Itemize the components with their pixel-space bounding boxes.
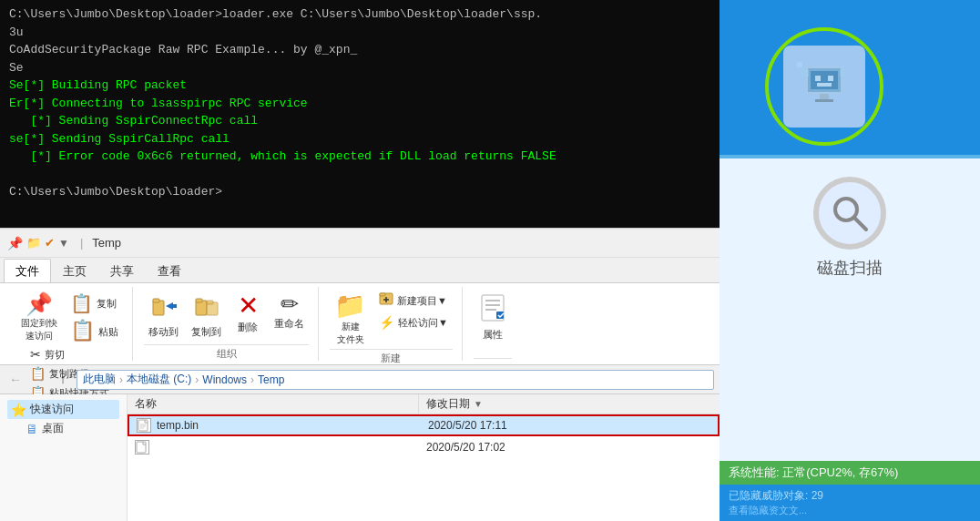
terminal-line-6: Er[*] Connecting to lsasspirpc RPC servi… <box>9 95 710 113</box>
title-folder-icon: 📁 <box>26 236 41 250</box>
new-item-icon <box>379 292 393 310</box>
path-drive[interactable]: 本地磁盘 (C:) <box>127 372 191 387</box>
rename-button[interactable]: ✏ 重命名 <box>270 291 309 333</box>
sidebar-item-quickaccess[interactable]: ⭐ 快速访问 <box>7 400 119 419</box>
file-content: 名称 修改日期 ▼ <box>128 394 720 521</box>
terminal-line-9: [*] Error code 0x6c6 returned, which is … <box>9 148 710 166</box>
move-to-button[interactable]: 移动到 <box>144 291 183 342</box>
properties-group-label <box>474 358 512 361</box>
sidebar-item-desktop[interactable]: 🖥 桌面 <box>7 419 119 438</box>
path-sep-3: › <box>250 373 254 386</box>
terminal-line-2: 3u <box>9 24 710 42</box>
svg-rect-5 <box>817 83 832 87</box>
system-status-bar: 系统性能: 正常(CPU2%, 存67%) <box>720 461 980 485</box>
file-list: ⭐ 快速访问 🖥 桌面 名称 修改日期 ▼ <box>0 394 720 521</box>
threat-count-text[interactable]: 已隐藏威胁对象: 29 <box>729 488 971 504</box>
path-computer[interactable]: 此电脑 <box>83 372 116 387</box>
tab-home[interactable]: 主页 <box>51 259 98 282</box>
terminal-line-10 <box>9 166 710 184</box>
title-arrow-icon[interactable]: ▼ <box>58 237 69 250</box>
file-name-1: temp.bin <box>157 419 199 432</box>
svg-rect-22 <box>380 293 385 296</box>
file-cell-date-2: 2020/5/20 17:02 <box>419 439 513 455</box>
view-resource-text[interactable]: 查看隐藏资文文... <box>729 504 971 517</box>
scissors-icon: ✂ <box>30 347 41 362</box>
pixelated-icon <box>797 62 852 112</box>
clipboard-buttons: 📌 固定到快速访问 📋 复制 📋 粘贴 <box>16 287 123 345</box>
tab-share[interactable]: 共享 <box>98 259 146 282</box>
terminal-window: C:\Users\Jumbo\Desktop\loader>loader.exe… <box>0 0 720 228</box>
new-folder-icon: 📁 <box>334 293 366 319</box>
paste-icon: 📋 <box>70 321 95 341</box>
right-panel: 磁盘扫描 系统性能: 正常(CPU2%, 存67%) 已隐藏威胁对象: 29 查… <box>720 0 980 521</box>
svg-rect-3 <box>815 76 821 81</box>
copy-label: 复制 <box>97 297 117 311</box>
properties-icon <box>478 293 507 326</box>
cut-button[interactable]: ✂ 剪切 <box>26 345 114 363</box>
copy-to-icon <box>194 293 219 323</box>
path-sep-2: › <box>195 373 199 386</box>
new-buttons: 📁 新建文件夹 新建项目▼ <box>330 287 453 349</box>
back-button[interactable]: ← <box>5 370 26 390</box>
ribbon-group-clipboard: 📌 固定到快速访问 📋 复制 📋 粘贴 ✂ 剪切 <box>7 287 133 361</box>
svg-rect-6 <box>820 94 829 99</box>
copy-to-label: 复制到 <box>191 325 221 339</box>
svg-line-12 <box>854 218 866 230</box>
tab-file[interactable]: 文件 <box>4 259 51 282</box>
address-path[interactable]: 此电脑 › 本地磁盘 (C:) › Windows › Temp <box>77 370 714 390</box>
copy-to-button[interactable]: 复制到 <box>187 291 226 342</box>
easy-access-button[interactable]: ⚡ 轻松访问▼ <box>374 313 453 332</box>
delete-button[interactable]: ✕ 删除 <box>230 291 266 337</box>
tab-view[interactable]: 查看 <box>146 259 193 282</box>
cut-label: 剪切 <box>45 348 65 362</box>
up-button[interactable]: ↑ <box>53 370 73 390</box>
paste-button[interactable]: 📋 粘贴 <box>66 318 123 345</box>
new-item-button[interactable]: 新建项目▼ <box>374 291 453 312</box>
ribbon-group-organize: 移动到 复制到 ✕ 删除 <box>135 287 319 361</box>
pin-label: 固定到快速访问 <box>21 317 57 342</box>
file-column-header: 名称 修改日期 ▼ <box>128 394 720 414</box>
copy-button[interactable]: 📋 复制 <box>66 291 123 316</box>
svg-rect-34 <box>137 442 146 453</box>
column-date[interactable]: 修改日期 ▼ <box>419 394 601 414</box>
file-cell-date-1: 2020/5/20 17:11 <box>421 417 515 434</box>
file-cell-name-1: temp.bin <box>129 416 421 434</box>
properties-buttons: 属性 <box>474 287 512 358</box>
file-doc-icon <box>137 418 151 433</box>
terminal-line-8: se[*] Sending SspirCallRpc call <box>9 130 710 148</box>
easy-access-icon: ⚡ <box>379 315 394 330</box>
svg-rect-16 <box>171 304 177 308</box>
easy-access-label: 轻松访问▼ <box>398 316 448 330</box>
path-windows[interactable]: Windows <box>202 373 247 386</box>
terminal-line-1: C:\Users\Jumbo\Desktop\loader>loader.exe… <box>9 5 710 24</box>
explorer-titlebar: 📌 📁 ✔ ▼ | Temp <box>0 229 720 258</box>
title-check-icon: ✔ <box>45 236 55 250</box>
window-title: Temp <box>92 236 121 250</box>
file-cell-name-2 <box>128 438 419 456</box>
properties-button[interactable]: 属性 <box>474 291 512 344</box>
ribbon-group-new: 📁 新建文件夹 新建项目▼ <box>321 287 463 361</box>
svg-rect-10 <box>797 62 802 67</box>
organize-buttons: 移动到 复制到 ✕ 删除 <box>144 287 309 344</box>
svg-rect-8 <box>801 69 809 77</box>
scan-label: 磁盘扫描 <box>817 257 883 279</box>
explorer-window: 📌 📁 ✔ ▼ | Temp 文件 主页 共享 查看 📌 固定到快速访问 📋 <box>0 228 720 521</box>
svg-rect-7 <box>815 99 833 102</box>
terminal-line-5: Se[*] Building RPC packet <box>9 77 710 95</box>
scan-circle-icon <box>813 177 886 250</box>
new-folder-button[interactable]: 📁 新建文件夹 <box>330 291 371 349</box>
star-icon: ⭐ <box>11 403 26 417</box>
path-temp[interactable]: Temp <box>258 373 284 386</box>
title-separator: | <box>80 236 83 250</box>
circle-icon-inner <box>783 46 865 128</box>
terminal-line-11: C:\Users\Jumbo\Desktop\loader> <box>9 183 710 201</box>
delete-label: 删除 <box>238 321 258 334</box>
table-row[interactable]: temp.bin 2020/5/20 17:11 <box>128 414 720 436</box>
paste-label: 粘贴 <box>98 325 118 339</box>
sidebar-section-quickaccess: ⭐ 快速访问 🖥 桌面 <box>0 398 127 440</box>
table-row[interactable]: 2020/5/20 17:02 <box>128 436 720 458</box>
column-name[interactable]: 名称 <box>128 394 419 414</box>
forward-button[interactable]: → <box>29 370 49 390</box>
pin-to-quickaccess-button[interactable]: 📌 固定到快速访问 <box>16 291 62 345</box>
copy-icon: 📋 <box>70 292 93 314</box>
